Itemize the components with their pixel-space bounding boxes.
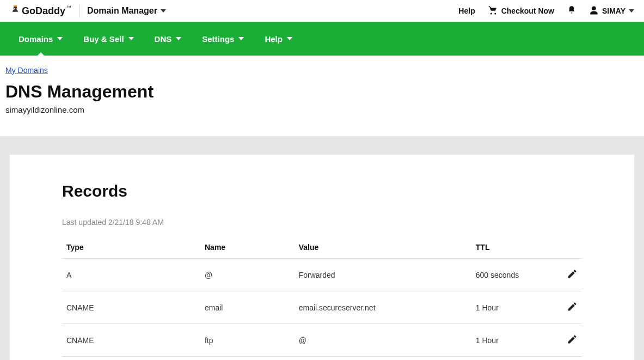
records-section-title: Records: [62, 182, 582, 200]
notifications-bell-icon[interactable]: [567, 5, 576, 16]
edit-record-button[interactable]: [567, 305, 578, 314]
table-row: CNAMEemailemail.secureserver.net1 Hour: [62, 291, 582, 324]
pencil-icon: [567, 269, 578, 279]
help-link[interactable]: Help: [458, 7, 475, 15]
checkout-link[interactable]: Checkout Now: [488, 5, 554, 17]
edit-record-button[interactable]: [567, 272, 578, 281]
nav-item-label: DNS: [155, 34, 172, 44]
godaddy-head-icon: [10, 5, 21, 16]
cell-name: email: [200, 291, 295, 324]
cell-name: @: [200, 259, 295, 291]
cell-ttl: 1 Hour: [471, 324, 560, 357]
cell-type: A: [62, 259, 200, 291]
table-row: A@Forwarded600 seconds: [62, 259, 582, 291]
caret-down-icon: [238, 37, 244, 40]
pencil-icon: [567, 301, 578, 312]
dns-records-table: Type Name Value TTL A@Forwarded600 secon…: [62, 236, 582, 360]
cell-name: www: [200, 357, 295, 361]
topbar-right: Help Checkout Now SIMAY: [458, 5, 634, 17]
godaddy-logo[interactable]: GoDaddy™: [10, 5, 71, 17]
caret-down-icon: [629, 9, 634, 13]
nav-item-settings[interactable]: Settings: [202, 34, 244, 44]
cell-value: Forwarded: [295, 259, 471, 291]
nav-item-label: Domains: [19, 34, 53, 44]
caret-down-icon: [161, 9, 166, 13]
cell-name: ftp: [200, 324, 295, 357]
table-row: CNAMEwww@1 Hour: [62, 357, 582, 361]
vertical-divider: [79, 4, 79, 17]
edit-record-button[interactable]: [567, 338, 578, 346]
cell-value: email.secureserver.net: [295, 291, 471, 324]
caret-down-icon: [287, 37, 292, 40]
breadcrumb-my-domains[interactable]: My Domains: [5, 66, 48, 75]
checkout-label: Checkout Now: [501, 7, 554, 15]
cell-ttl: 600 seconds: [471, 259, 560, 291]
caret-down-icon: [57, 37, 63, 40]
pencil-icon: [567, 334, 578, 345]
app-switcher[interactable]: Domain Manager: [87, 6, 166, 16]
caret-down-icon: [176, 37, 181, 40]
cell-ttl: 1 Hour: [471, 357, 560, 361]
cell-ttl: 1 Hour: [471, 291, 560, 324]
cell-actions: [560, 291, 582, 324]
last-updated-text: Last updated 2/21/18 9:48 AM: [62, 218, 582, 227]
page-header: My Domains DNS Management simayyildizonl…: [0, 56, 644, 136]
nav-item-domains[interactable]: Domains: [19, 34, 63, 44]
svg-rect-0: [14, 5, 17, 7]
column-header-type[interactable]: Type: [62, 236, 200, 259]
records-card: Records Last updated 2/21/18 9:48 AM Typ…: [10, 155, 634, 360]
user-icon: [589, 5, 599, 17]
app-switcher-label: Domain Manager: [87, 6, 157, 16]
nav-item-help[interactable]: Help: [265, 34, 292, 44]
content-area: Records Last updated 2/21/18 9:48 AM Typ…: [0, 136, 644, 360]
trademark-tm: ™: [66, 5, 71, 10]
column-header-ttl[interactable]: TTL: [471, 236, 560, 259]
cell-type: CNAME: [62, 291, 200, 324]
page-title: DNS Management: [5, 82, 639, 102]
nav-item-buy-sell[interactable]: Buy & Sell: [83, 34, 133, 44]
primary-nav: DomainsBuy & SellDNSSettingsHelp: [0, 22, 644, 56]
cell-value: @: [295, 357, 471, 361]
user-menu[interactable]: SIMAY: [589, 5, 634, 17]
cell-actions: [560, 357, 582, 361]
logo-text: GoDaddy: [22, 5, 65, 17]
cart-icon: [488, 5, 498, 17]
column-header-name[interactable]: Name: [200, 236, 295, 259]
column-header-value[interactable]: Value: [295, 236, 471, 259]
top-bar: GoDaddy™ Domain Manager Help Checkout No…: [0, 0, 644, 22]
cell-actions: [560, 324, 582, 357]
cell-actions: [560, 259, 582, 291]
cell-type: CNAME: [62, 357, 200, 361]
column-header-actions: [560, 236, 582, 259]
nav-item-dns[interactable]: DNS: [155, 34, 182, 44]
caret-down-icon: [128, 37, 134, 40]
table-row: CNAMEftp@1 Hour: [62, 324, 582, 357]
nav-item-label: Buy & Sell: [83, 34, 124, 44]
domain-name: simayyildizonline.com: [5, 105, 639, 114]
cell-type: CNAME: [62, 324, 200, 357]
nav-item-label: Settings: [202, 34, 234, 44]
topbar-left: GoDaddy™ Domain Manager: [10, 4, 166, 17]
cell-value: @: [295, 324, 471, 357]
username-label: SIMAY: [602, 7, 625, 15]
nav-item-label: Help: [265, 34, 283, 44]
